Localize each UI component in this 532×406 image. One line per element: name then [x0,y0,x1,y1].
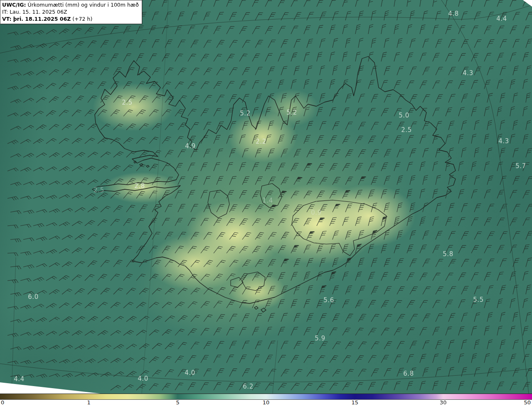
wind-barb [397,285,405,296]
wind-barb [407,51,414,62]
wind-barb [345,120,353,131]
wind-barb [330,162,337,173]
wind-barb [510,325,515,336]
wind-barb [384,340,392,351]
wind-barb [113,315,124,324]
wind-barb [500,230,507,241]
wind-barb [149,217,157,227]
wind-barb [111,52,118,63]
wind-barb [191,39,199,49]
wind-barb [317,189,325,200]
wind-barb [178,175,185,186]
wind-barb [152,11,159,22]
wind-barb [448,285,456,296]
colorbar-tick-label: 30 [440,399,447,406]
wind-barb [20,111,31,119]
wind-barb [513,311,518,322]
contour-label: 5.0 [399,112,409,119]
wind-barb [526,11,532,22]
wind-barb [227,326,234,337]
wind-barb [265,271,273,282]
wind-barb [217,66,225,77]
wind-barb [394,380,401,391]
wind-barb [46,302,57,311]
wind-barb [307,148,314,159]
wind-barb [191,287,200,297]
wind-barb [484,161,490,172]
wind-barb [255,231,264,242]
wind-barb [49,262,60,270]
wind-barb [229,286,238,296]
wind-barb [214,25,222,36]
wind-barb [214,381,222,392]
wind-barb [33,195,44,202]
wind-barb [126,315,136,324]
wind-barb [381,0,386,7]
wind-barb [239,326,247,337]
wind-barb [178,66,187,77]
wind-barb [201,189,208,200]
wind-barb [165,66,173,77]
wind-barb [46,55,57,64]
wind-barb [342,243,348,254]
wind-barb [342,107,349,117]
wind-barb [227,25,234,36]
wind-barb [294,368,303,378]
wind-barb [139,315,149,324]
wind-barb [101,344,111,352]
wind-barb [49,208,60,215]
wind-barb [458,353,464,364]
wind-barb [252,79,259,90]
wind-barb [252,106,259,117]
wind-barb [332,65,338,76]
wind-barb [278,190,287,201]
wind-barb [394,24,399,34]
wind-barb [487,312,493,323]
wind-barb [46,222,57,229]
wind-barb [178,39,185,49]
wind-barb [149,81,158,91]
wind-barb [278,244,286,255]
wind-barb [355,298,363,309]
wind-barb [358,148,366,159]
wind-barb [394,271,401,282]
wind-barb [394,243,400,254]
wind-barb [62,373,73,379]
wind-barb [88,232,98,242]
wind-barb [381,161,388,172]
wind-barb [471,244,479,255]
wind-barb [85,301,95,311]
wind-barb [149,52,157,63]
wind-barb [101,123,110,132]
wind-barb [268,258,276,269]
wind-barb [111,330,121,338]
wind-barb [268,203,277,214]
wind-barb [384,175,391,186]
colorbar-tick-label: 15 [351,399,358,406]
wind-barb [410,93,417,104]
wind-barb [420,244,427,254]
wind-barb [149,136,158,146]
wind-barb [111,273,120,283]
wind-barb [471,161,477,171]
wind-barb [188,161,195,172]
wind-barb [446,0,451,7]
wind-barb [46,359,57,366]
wind-barb [371,37,376,48]
wind-barb [371,10,376,21]
wind-barb [291,0,298,8]
wind-barb [242,120,249,131]
wind-barb [98,218,107,228]
wind-barb [23,318,34,325]
wind-barb [175,135,183,145]
wind-barb [484,325,490,336]
wind-barb [332,257,339,268]
wind-barb [72,274,82,283]
wind-barb [188,217,196,227]
wind-barb [342,298,350,309]
wind-barb [162,301,172,311]
wind-barb [239,189,247,200]
wind-barb [123,25,131,36]
wind-barb [204,313,212,324]
wind-barb [217,93,224,104]
